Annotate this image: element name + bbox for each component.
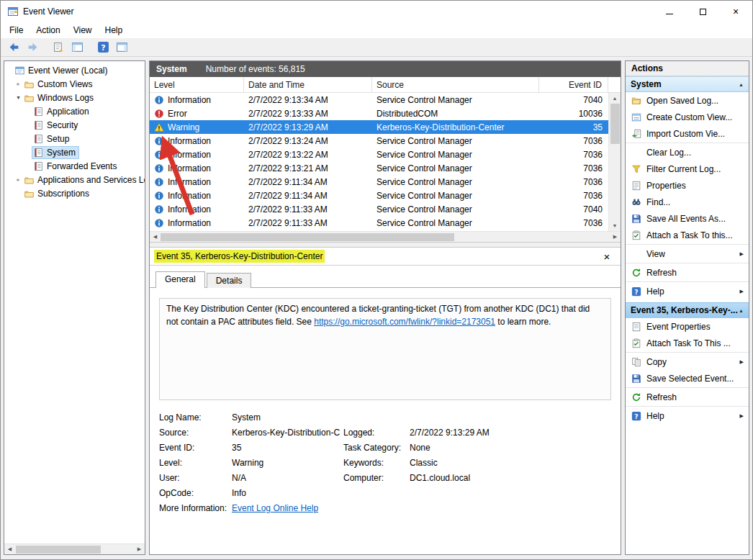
action-save-all-events-as[interactable]: Save All Events As... [626, 210, 749, 227]
column-header-level[interactable]: Level [150, 77, 244, 92]
field-value: N/A [232, 473, 343, 483]
tab-details[interactable]: Details [207, 273, 252, 288]
event-log-online-help-link[interactable]: Event Log Online Help [232, 503, 343, 513]
scroll-right-icon[interactable]: ▶ [134, 546, 145, 552]
action-attach-a-task-to-this[interactable]: Attach a Task To this... [626, 227, 749, 243]
scroll-down-icon[interactable]: ▼ [613, 220, 618, 231]
maximize-button[interactable] [686, 1, 719, 22]
information-icon [154, 95, 164, 105]
event-row[interactable]: Information2/7/2022 9:11:34 AMService Co… [150, 189, 608, 202]
source-cell: Service Control Manager [372, 95, 539, 105]
column-header-source[interactable]: Source [372, 77, 539, 92]
menu-help[interactable]: Help [99, 23, 130, 37]
scroll-left-icon[interactable]: ◀ [4, 546, 15, 552]
datetime-cell: 2/7/2022 9:13:29 AM [244, 122, 372, 132]
scroll-thumb[interactable] [161, 233, 454, 241]
event-row[interactable]: Information2/7/2022 9:11:33 AMService Co… [150, 202, 608, 216]
action-refresh[interactable]: Refresh [626, 264, 749, 281]
help-icon: ? [631, 410, 642, 422]
tree-item-applications-and-services-lo[interactable]: ▸Applications and Services Lo [4, 173, 145, 186]
collapse-icon[interactable]: ▲ [739, 308, 744, 313]
event-row[interactable]: Information2/7/2022 9:13:22 AMService Co… [150, 148, 608, 161]
tree-item-subscriptions[interactable]: Subscriptions [4, 186, 145, 200]
action-help[interactable]: ?Help▶ [626, 283, 749, 299]
action-clear-log[interactable]: Clear Log... [626, 144, 749, 161]
event-row[interactable]: Error2/7/2022 9:13:33 AMDistributedCOM10… [150, 107, 608, 120]
action-properties[interactable]: Properties [626, 177, 749, 194]
tree-item-application[interactable]: Application [4, 104, 145, 118]
save-icon [631, 373, 642, 384]
pane-splitter[interactable] [150, 242, 621, 248]
help-icon: ? [631, 286, 642, 297]
action-copy[interactable]: Copy▶ [626, 353, 749, 370]
tree-item-label: Setup [47, 134, 69, 144]
scroll-left-icon[interactable]: ◀ [150, 234, 161, 240]
console-window-button[interactable] [68, 39, 86, 55]
field-label: Level: [159, 458, 232, 468]
event-list: LevelDate and TimeSourceEvent ID Informa… [150, 77, 621, 242]
action-help[interactable]: ?Help▶ [626, 407, 749, 424]
action-create-custom-view[interactable]: Create Custom View... [626, 109, 749, 125]
section-header-label: Event 35, Kerberos-Key-... [631, 305, 738, 315]
action-view[interactable]: View▶ [626, 245, 749, 262]
expand-collapsed-icon[interactable]: ▸ [14, 176, 22, 183]
svg-text:?: ? [101, 43, 105, 53]
tree-item-security[interactable]: Security [4, 118, 145, 132]
tree-item-custom-views[interactable]: ▸Custom Views [4, 77, 145, 91]
action-import-custom-vie[interactable]: Import Custom Vie... [626, 125, 749, 142]
tab-general[interactable]: General [155, 271, 205, 288]
tree-item-windows-logs[interactable]: ▾Windows Logs [4, 91, 145, 104]
action-event-properties[interactable]: Event Properties [626, 318, 749, 335]
field-label: Task Category: [343, 443, 410, 453]
tree-item-label: Custom Views [37, 79, 92, 89]
actions-section-system-header[interactable]: System ▲ [626, 76, 749, 92]
event-row[interactable]: Information2/7/2022 9:13:34 AMService Co… [150, 93, 608, 107]
collapse-icon[interactable]: ▲ [739, 82, 744, 87]
list-vertical-scrollbar[interactable]: ▲ ▼ [608, 93, 621, 231]
action-attach-task-to-this[interactable]: Attach Task To This ... [626, 335, 749, 351]
show-console-tree-button[interactable] [49, 39, 68, 55]
expand-collapsed-icon[interactable]: ▸ [14, 81, 22, 87]
actions-section-event-header[interactable]: Event 35, Kerberos-Key-... ▲ [626, 302, 749, 318]
event-row[interactable]: Warning2/7/2022 9:13:29 AMKerberos-Key-D… [150, 120, 608, 134]
event-row[interactable]: Information2/7/2022 9:13:21 AMService Co… [150, 161, 608, 175]
tree-horizontal-scrollbar[interactable]: ◀ ▶ [4, 543, 145, 554]
scroll-up-icon[interactable]: ▲ [613, 93, 618, 104]
action-open-saved-log[interactable]: Open Saved Log... [626, 92, 749, 109]
action-filter-current-log[interactable]: Filter Current Log... [626, 161, 749, 177]
expand-expanded-icon[interactable]: ▾ [14, 94, 22, 101]
event-row[interactable]: Information2/7/2022 9:13:24 AMService Co… [150, 134, 608, 148]
scroll-right-icon[interactable]: ▶ [610, 234, 621, 240]
show-action-pane-button[interactable] [112, 39, 131, 55]
action-find[interactable]: Find... [626, 194, 749, 210]
list-horizontal-scrollbar[interactable]: ◀ ▶ [150, 231, 621, 242]
copy-icon [631, 356, 642, 368]
menu-view[interactable]: View [67, 23, 99, 37]
close-preview-icon[interactable]: × [600, 250, 613, 263]
menu-file[interactable]: File [3, 23, 30, 37]
action-label: Help [646, 286, 664, 297]
tree-item-event-viewer-local[interactable]: Event Viewer (Local) [4, 63, 145, 77]
scroll-thumb[interactable] [610, 104, 620, 144]
column-header-event-id[interactable]: Event ID [539, 77, 608, 92]
scroll-thumb[interactable] [16, 546, 101, 554]
find-icon [631, 197, 642, 208]
forward-button[interactable] [23, 39, 42, 55]
tree-item-forwarded-events[interactable]: Forwarded Events [4, 159, 145, 173]
column-header-date-and-time[interactable]: Date and Time [244, 77, 372, 92]
event-row[interactable]: Information2/7/2022 9:11:33 AMService Co… [150, 216, 608, 230]
tree-item-system[interactable]: System [4, 145, 145, 159]
close-button[interactable]: × [719, 1, 752, 22]
fwlink[interactable]: https://go.microsoft.com/fwlink/?linkid=… [314, 317, 495, 327]
event-id-cell: 7036 [539, 163, 608, 173]
help-button[interactable]: ? [94, 39, 112, 55]
event-row[interactable]: Information2/7/2022 9:11:34 AMService Co… [150, 175, 608, 189]
action-refresh[interactable]: Refresh [626, 389, 749, 405]
tree-item-setup[interactable]: Setup [4, 132, 145, 145]
menu-action[interactable]: Action [30, 23, 66, 37]
preview-title-bar: Event 35, Kerberos-Key-Distribution-Cent… [150, 248, 621, 266]
level-text: Information [168, 177, 211, 187]
back-button[interactable] [4, 39, 23, 55]
minimize-button[interactable] [653, 1, 686, 22]
action-save-selected-event[interactable]: Save Selected Event... [626, 370, 749, 387]
